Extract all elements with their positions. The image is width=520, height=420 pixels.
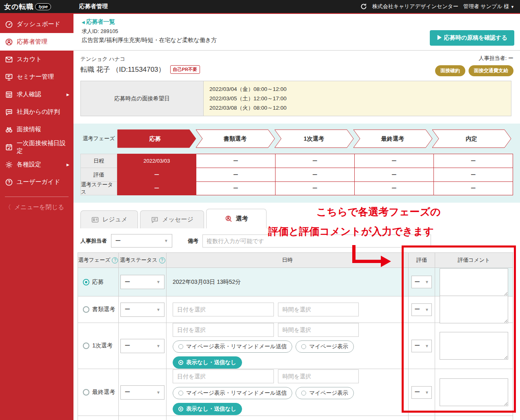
radio-icon bbox=[301, 344, 306, 349]
sidebar-item-dashboard[interactable]: ダッシュボード bbox=[0, 15, 73, 33]
status-select-document[interactable]: ー ▼ bbox=[120, 303, 164, 317]
column-header-datetime: 日時 bbox=[167, 253, 409, 268]
app-logo[interactable]: 女の転職 type bbox=[4, 2, 73, 11]
submenu-arrow-icon: ▶ bbox=[67, 163, 69, 167]
table-row-document: 書類選考 ー ▼ ー ▼ bbox=[78, 296, 513, 323]
column-header-phase: 選考フェーズ ? bbox=[78, 253, 119, 268]
tab-selection[interactable]: 選考 bbox=[206, 209, 267, 228]
sidebar-item-user-guide[interactable]: ユーザーガイド bbox=[0, 173, 73, 191]
phase-radio-apply[interactable] bbox=[83, 279, 89, 285]
interview-date: 2022/03/05（土）12:00～17:00 bbox=[209, 94, 505, 103]
hr-manager-field-label: 人事担当者 bbox=[80, 237, 107, 245]
travel-expense-badge: 面接交通費支給 bbox=[469, 65, 513, 76]
sidebar-item-interview-info[interactable]: 面接情報 bbox=[0, 121, 73, 138]
date-picker-first[interactable] bbox=[173, 323, 274, 337]
rating-select-first[interactable]: ー ▼ bbox=[411, 340, 432, 352]
page-title: 応募者管理 bbox=[79, 3, 108, 10]
radio-icon bbox=[178, 344, 183, 349]
phase-summary-table: 日程 2022/03/03 ー ー ー ー 評価 ー ー ー ー ー 選考ステー… bbox=[80, 154, 513, 195]
phase-radio-final[interactable] bbox=[83, 389, 89, 396]
job-header-section: ◀ 応募者一覧 求人ID: 289105 広告営業/福利厚生充実/時短・在宅など… bbox=[73, 14, 520, 51]
interview-date: 2022/03/04（金）08:00～12:00 bbox=[209, 84, 505, 94]
date-picker-document[interactable] bbox=[173, 303, 274, 316]
memo-input[interactable] bbox=[202, 234, 431, 248]
chevron-left-icon: 〈 bbox=[5, 203, 11, 211]
option-none-final[interactable]: 表示なし・送信なし bbox=[173, 403, 242, 415]
rating-select-final[interactable]: ー ▼ bbox=[411, 386, 432, 399]
selection-section: レジュメ メッセージ 選考 人事担当者 ー ▼ 備考 bbox=[73, 203, 520, 420]
phase-table-row-label: 選考ステータス bbox=[80, 181, 117, 195]
interview-preference-table: 応募時点の面接希望日 2022/03/04（金）08:00～12:00 2022… bbox=[80, 81, 511, 116]
phase-cell: ー bbox=[276, 154, 355, 168]
table-row-apply: 応募 ー ▼ 2022年03月03日 13時52分 ー ▼ bbox=[78, 268, 513, 296]
sidebar-item-jobs[interactable]: 求人確認 ▶ bbox=[0, 86, 73, 103]
chevron-down-icon: ▼ bbox=[156, 280, 160, 284]
user-menu[interactable]: 管理者 サンプル 様 ▼ bbox=[463, 3, 514, 10]
option-mypage-remind-first[interactable]: マイページ表示・リマインドメール送信 bbox=[173, 340, 292, 353]
status-select-first[interactable]: ー ▼ bbox=[120, 339, 164, 353]
sidebar-item-scout[interactable]: スカウト bbox=[0, 51, 73, 68]
phase-cell: ー bbox=[434, 154, 513, 168]
phase-cell: ー bbox=[117, 181, 196, 195]
phase-cell: ー bbox=[117, 168, 196, 181]
phase-table-row-label: 評価 bbox=[80, 168, 117, 181]
presentation-icon bbox=[5, 73, 13, 81]
phase-step-first: 1次選考 bbox=[304, 135, 324, 142]
option-mypage-final[interactable]: マイページ表示 bbox=[296, 387, 354, 399]
column-header-comment: 評価コメント bbox=[435, 253, 513, 268]
applicant-name: 転職 花子 （ID:11534703） bbox=[80, 65, 165, 74]
refresh-icon[interactable] bbox=[360, 3, 367, 10]
hr-manager-select[interactable]: ー ▼ bbox=[111, 234, 172, 248]
mail-icon bbox=[5, 55, 13, 64]
chevron-down-icon: ▼ bbox=[164, 239, 168, 243]
back-to-applicant-list-link[interactable]: ◀ 応募者一覧 bbox=[82, 18, 512, 26]
radio-selected-icon bbox=[178, 407, 183, 411]
memo-field-label: 備考 bbox=[188, 237, 198, 245]
status-select-apply[interactable]: ー ▼ bbox=[120, 275, 164, 289]
date-picker-final[interactable] bbox=[173, 369, 274, 383]
comment-textarea-first[interactable] bbox=[440, 332, 508, 360]
tab-message[interactable]: メッセージ bbox=[140, 210, 204, 228]
sidebar-item-seminar[interactable]: セミナー管理 bbox=[0, 68, 73, 86]
sidebar-item-settings[interactable]: 各種設定 ▶ bbox=[0, 156, 73, 173]
phase-cell: ー bbox=[276, 181, 355, 195]
phase-radio-document[interactable] bbox=[83, 306, 89, 313]
no-self-pr-badge: 自己PR不要 bbox=[170, 65, 200, 74]
time-picker-document[interactable] bbox=[278, 303, 359, 316]
phase-chevron-bar: 応募 書類選考 1次選考 最終選考 内定 bbox=[117, 129, 511, 148]
dashboard-icon bbox=[5, 20, 13, 29]
person-search-icon bbox=[224, 215, 233, 223]
sidebar-item-interview-dates[interactable]: 一次面接候補日設定 bbox=[0, 138, 73, 156]
option-mypage-first[interactable]: マイページ表示 bbox=[296, 340, 354, 353]
phase-cell: ー bbox=[434, 168, 513, 181]
comment-textarea-document[interactable] bbox=[440, 296, 508, 323]
sidebar-divider bbox=[5, 197, 69, 197]
time-picker-final[interactable] bbox=[278, 369, 359, 383]
table-row-first: 1次選考 ー ▼ マイページ表示・リマインドメール送信 マイページ表示 bbox=[78, 323, 513, 369]
tab-resume[interactable]: レジュメ bbox=[80, 210, 138, 228]
option-mypage-remind-final[interactable]: マイページ表示・リマインドメール送信 bbox=[173, 387, 292, 399]
phase-step-apply: 応募 bbox=[149, 135, 161, 142]
comment-textarea-final[interactable] bbox=[440, 378, 508, 406]
phase-cell: ー bbox=[355, 181, 434, 195]
status-select-final[interactable]: ー ▼ bbox=[120, 385, 164, 400]
option-none-first[interactable]: 表示なし・送信なし bbox=[173, 356, 242, 369]
phase-cell: ー bbox=[276, 168, 355, 181]
help-icon[interactable]: ? bbox=[159, 257, 165, 263]
sidebar-item-applicants[interactable]: 応募者管理 bbox=[0, 33, 73, 51]
interview-preference-dates: 2022/03/04（金）08:00～12:00 2022/03/05（土）12… bbox=[204, 81, 511, 116]
comment-textarea-apply[interactable] bbox=[440, 268, 508, 296]
rating-select-document[interactable]: ー ▼ bbox=[411, 303, 432, 316]
time-picker-first[interactable] bbox=[278, 323, 359, 337]
phase-radio-first[interactable] bbox=[83, 343, 89, 349]
table-row-partial bbox=[78, 416, 513, 420]
rating-select-apply[interactable]: ー ▼ bbox=[411, 276, 432, 288]
phase-step-document: 書類選考 bbox=[223, 135, 247, 142]
phase-cell: 2022/03/03 bbox=[117, 154, 196, 168]
help-icon[interactable]: ? bbox=[112, 257, 118, 263]
sidebar-item-reviews[interactable]: 社員からの評判 bbox=[0, 103, 73, 121]
calendar-check-icon bbox=[5, 143, 13, 151]
view-original-posting-button[interactable]: ▶ 応募時の原稿を確認する bbox=[430, 30, 514, 46]
sidebar-close-menu[interactable]: 〈 メニューを閉じる bbox=[0, 201, 73, 214]
company-name: 株式会社キャリアデザインセンター bbox=[372, 3, 458, 10]
